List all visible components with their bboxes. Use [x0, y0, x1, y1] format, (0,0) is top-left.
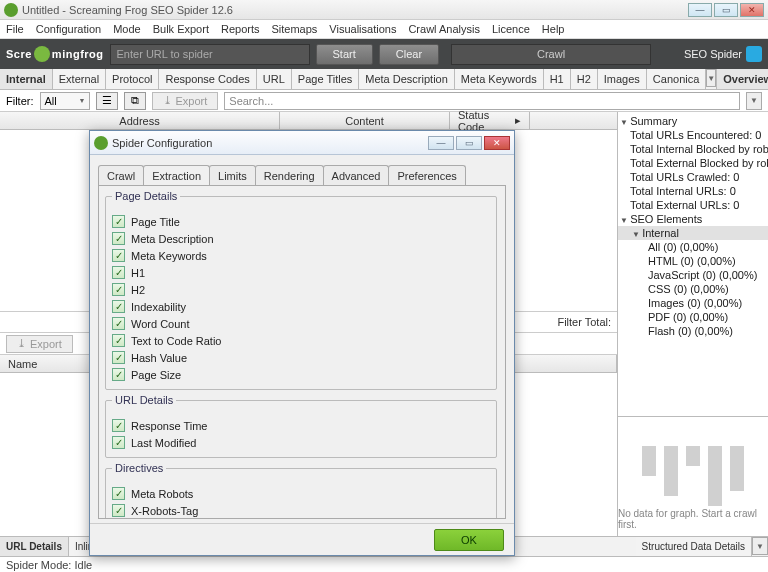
item-html[interactable]: HTML (0) (0,00%) [618, 254, 768, 268]
menu-sitemaps[interactable]: Sitemaps [271, 23, 317, 35]
view-list-icon[interactable]: ☰ [96, 92, 118, 110]
dialog-close[interactable]: ✕ [484, 136, 510, 150]
export-button-lower[interactable]: ⤓Export [6, 335, 73, 353]
tab-h2[interactable]: H2 [571, 69, 598, 89]
node-summary[interactable]: Summary [618, 114, 768, 128]
brand-label: SEO Spider [684, 46, 762, 62]
clear-button[interactable]: Clear [379, 44, 439, 65]
checkbox-directives-1[interactable]: ✓X-Robots-Tag [112, 502, 490, 519]
checkbox-directives-0[interactable]: ✓Meta Robots [112, 485, 490, 502]
stat-encountered: Total URLs Encountered: 0 [618, 128, 768, 142]
tab-external[interactable]: External [53, 69, 106, 89]
checkbox-page-details-4[interactable]: ✓H2 [112, 281, 490, 298]
search-options-button[interactable]: ▼ [746, 92, 762, 110]
filter-label: Filter: [6, 95, 34, 107]
menu-reports[interactable]: Reports [221, 23, 260, 35]
check-icon: ✓ [112, 368, 125, 381]
checkbox-page-details-5[interactable]: ✓Indexability [112, 298, 490, 315]
twitter-icon[interactable] [746, 46, 762, 62]
tab-url[interactable]: URL [257, 69, 292, 89]
check-icon: ✓ [112, 487, 125, 500]
item-css[interactable]: CSS (0) (0,00%) [618, 282, 768, 296]
item-javascript[interactable]: JavaScript (0) (0,00%) [618, 268, 768, 282]
check-icon: ✓ [112, 249, 125, 262]
sidetab-overview[interactable]: Overview [716, 69, 768, 89]
window-minimize[interactable]: — [688, 3, 712, 17]
dialog-titlebar: Spider Configuration — ▭ ✕ [90, 131, 514, 155]
tab-overflow-button[interactable]: ▼ [706, 69, 716, 87]
dialog-minimize[interactable]: — [428, 136, 454, 150]
crawl-mode-dropdown[interactable]: Crawl [451, 44, 651, 65]
menu-crawl-analysis[interactable]: Crawl Analysis [408, 23, 480, 35]
checkbox-page-details-0[interactable]: ✓Page Title [112, 213, 490, 230]
window-close[interactable]: ✕ [740, 3, 764, 17]
graph-empty-message: No data for graph. Start a crawl first. [618, 508, 768, 530]
checkbox-label: Meta Keywords [131, 250, 207, 262]
dtab-rendering[interactable]: Rendering [255, 165, 324, 185]
checkbox-page-details-8[interactable]: ✓Hash Value [112, 349, 490, 366]
dialog-maximize[interactable]: ▭ [456, 136, 482, 150]
search-input[interactable]: Search... [224, 92, 740, 110]
export-button-top[interactable]: ⤓Export [152, 92, 219, 110]
menu-configuration[interactable]: Configuration [36, 23, 101, 35]
dtab-advanced[interactable]: Advanced [323, 165, 390, 185]
col-address[interactable]: Address [0, 112, 280, 129]
tab-page-titles[interactable]: Page Titles [292, 69, 359, 89]
dtab-limits[interactable]: Limits [209, 165, 256, 185]
checkbox-page-details-9[interactable]: ✓Page Size [112, 366, 490, 383]
tab-meta-keywords[interactable]: Meta Keywords [455, 69, 544, 89]
statusbar: Spider Mode: Idle [0, 556, 768, 572]
checkbox-label: Indexability [131, 301, 186, 313]
status-text: Spider Mode: Idle [6, 559, 92, 571]
menu-bulk-export[interactable]: Bulk Export [153, 23, 209, 35]
checkbox-url-details-0[interactable]: ✓Response Time [112, 417, 490, 434]
menu-visualisations[interactable]: Visualisations [329, 23, 396, 35]
ok-button[interactable]: OK [434, 529, 504, 551]
item-pdf[interactable]: PDF (0) (0,00%) [618, 310, 768, 324]
menubar: File Configuration Mode Bulk Export Repo… [0, 20, 768, 39]
tab-images[interactable]: Images [598, 69, 647, 89]
item-images[interactable]: Images (0) (0,00%) [618, 296, 768, 310]
check-icon: ✓ [112, 504, 125, 517]
menu-licence[interactable]: Licence [492, 23, 530, 35]
checkbox-page-details-6[interactable]: ✓Word Count [112, 315, 490, 332]
node-internal[interactable]: Internal [618, 226, 768, 240]
tab-response-codes[interactable]: Response Codes [159, 69, 256, 89]
window-maximize[interactable]: ▭ [714, 3, 738, 17]
btab-structured-data[interactable]: Structured Data Details [636, 537, 752, 556]
item-all[interactable]: All (0) (0,00%) [618, 240, 768, 254]
dialog-pane[interactable]: Page Details ✓Page Title✓Meta Descriptio… [98, 185, 506, 519]
tab-canonicals[interactable]: Canonica [647, 69, 706, 89]
tab-meta-description[interactable]: Meta Description [359, 69, 455, 89]
btab-url-details[interactable]: URL Details [0, 537, 69, 556]
menu-file[interactable]: File [6, 23, 24, 35]
checkbox-url-details-1[interactable]: ✓Last Modified [112, 434, 490, 451]
checkbox-page-details-3[interactable]: ✓H1 [112, 264, 490, 281]
main-toolbar: Scremingfrog Enter URL to spider Start C… [0, 39, 768, 69]
filter-combo[interactable]: All [40, 92, 90, 110]
check-icon: ✓ [112, 232, 125, 245]
check-icon: ✓ [112, 419, 125, 432]
menu-mode[interactable]: Mode [113, 23, 141, 35]
menu-help[interactable]: Help [542, 23, 565, 35]
logo-text-a: Scre [6, 48, 32, 60]
dtab-extraction[interactable]: Extraction [143, 165, 210, 185]
col-content[interactable]: Content [280, 112, 450, 129]
col-status[interactable]: Status Code ▸ [450, 112, 530, 129]
tab-protocol[interactable]: Protocol [106, 69, 159, 89]
view-tree-icon[interactable]: ⧉ [124, 92, 146, 110]
checkbox-page-details-1[interactable]: ✓Meta Description [112, 230, 490, 247]
dtab-preferences[interactable]: Preferences [388, 165, 465, 185]
checkbox-page-details-2[interactable]: ✓Meta Keywords [112, 247, 490, 264]
tab-h1[interactable]: H1 [544, 69, 571, 89]
dtab-crawl[interactable]: Crawl [98, 165, 144, 185]
checkbox-page-details-7[interactable]: ✓Text to Code Ratio [112, 332, 490, 349]
stat-external: Total External URLs: 0 [618, 198, 768, 212]
check-icon: ✓ [112, 266, 125, 279]
btab-overflow-button[interactable]: ▼ [752, 537, 768, 555]
tab-internal[interactable]: Internal [0, 69, 53, 89]
node-seo-elements[interactable]: SEO Elements [618, 212, 768, 226]
start-button[interactable]: Start [316, 44, 373, 65]
url-input[interactable]: Enter URL to spider [110, 44, 310, 65]
item-flash[interactable]: Flash (0) (0,00%) [618, 324, 768, 338]
